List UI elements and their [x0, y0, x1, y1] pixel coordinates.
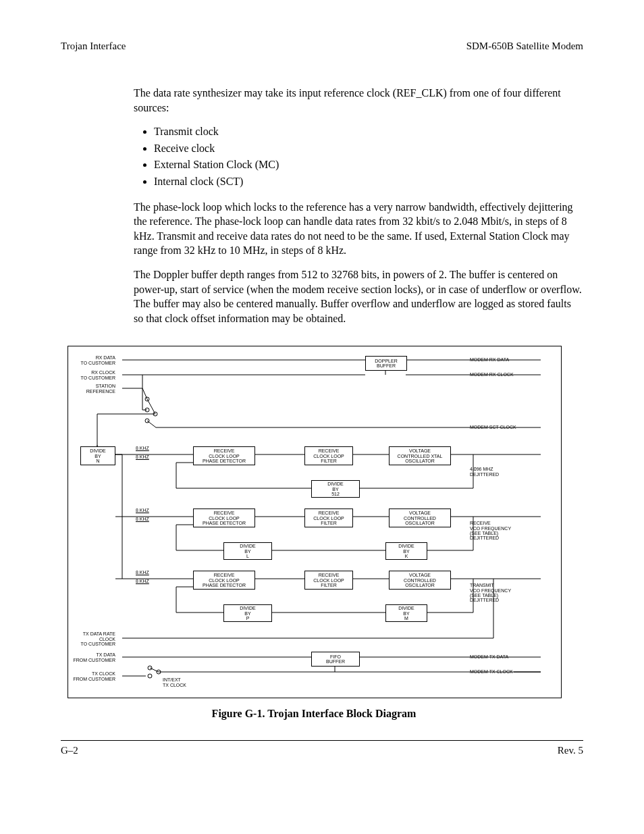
box-doppler-buffer: DOPPLER BUFFER	[365, 356, 407, 371]
label-tx-data-from-customer: TX DATA FROM CUSTOMER	[68, 652, 115, 662]
body: The data rate synthesizer may take its i…	[134, 86, 583, 325]
label-8khz-1a: 8 KHZ	[136, 446, 149, 450]
label-modem-tx-data: MODEM TX DATA	[470, 654, 508, 659]
bullet-item: Transmit clock	[154, 124, 583, 139]
svg-point-53	[148, 674, 152, 678]
box-divide-m: DIVIDE BY M	[385, 604, 427, 622]
paragraph-3: The Doppler buffer depth ranges from 512…	[134, 267, 583, 325]
box-rcv-filter-1: RECEIVE CLOCK LOOP FILTER	[304, 446, 353, 465]
svg-line-11	[142, 388, 147, 399]
label-tx-clock-from-customer: TX CLOCK FROM CUSTOMER	[68, 671, 115, 681]
page-header: Trojan Interface SDM-650B Satellite Mode…	[61, 41, 583, 52]
label-modem-rx-data: MODEM RX DATA	[470, 357, 509, 362]
block-diagram: RX DATA TO CUSTOMER RX CLOCK TO CUSTOMER…	[68, 346, 562, 698]
label-modem-sct-clock: MODEM SCT CLOCK	[470, 425, 516, 429]
header-left: Trojan Interface	[61, 41, 126, 52]
box-divide-512: DIVIDE BY 512	[311, 480, 360, 498]
box-vcxo: VOLTAGE CONTROLLED XTAL OSCILLATOR	[389, 446, 451, 465]
box-divide-k: DIVIDE BY K	[385, 542, 427, 560]
label-8khz-3a: 8 KHZ	[136, 570, 149, 575]
page-footer: G–2 Rev. 5	[61, 740, 583, 756]
box-rcv-filter-2: RECEIVE CLOCK LOOP FILTER	[304, 509, 353, 527]
box-vco-3: VOLTAGE CONTROLLED OSCILLATOR	[389, 571, 451, 590]
label-8khz-2b: 8 KHZ	[136, 517, 149, 521]
label-8khz-3b: 8 KHZ	[136, 579, 149, 583]
box-divide-by-n: DIVIDE BY N	[80, 446, 115, 465]
header-right: SDM-650B Satellite Modem	[466, 41, 583, 52]
label-tx-data-rate-clock: TX DATA RATE CLOCK TO CUSTOMER	[68, 631, 115, 646]
label-modem-tx-clock: MODEM TX CLOCK	[470, 669, 513, 674]
label-rx-data-to-customer: RX DATA TO CUSTOMER	[74, 355, 115, 365]
label-int-ext-tx-clock: INT/EXT TX CLOCK	[163, 677, 186, 687]
bullet-item: Internal clock (SCT)	[154, 174, 583, 189]
box-rcv-filter-3: RECEIVE CLOCK LOOP FILTER	[304, 571, 353, 590]
paragraph-1: The data rate synthesizer may take its i…	[134, 86, 583, 115]
label-rx-clock-to-customer: RX CLOCK TO CUSTOMER	[74, 370, 115, 380]
box-divide-p: DIVIDE BY P	[223, 604, 272, 622]
label-4096-mhz: 4.096 MHZ DEJITTERED	[470, 467, 499, 477]
label-rx-vco-freq: RECEIVE VCO FREQUENCY (SEE TABLE) DEJITT…	[470, 521, 511, 540]
svg-line-56	[150, 668, 159, 672]
svg-line-14	[147, 421, 156, 427]
label-modem-rx-clock: MODEM RX CLOCK	[470, 372, 514, 377]
box-divide-l: DIVIDE BY L	[223, 542, 272, 560]
box-rcv-pd-1: RECEIVE CLOCK LOOP PHASE DETECTOR	[193, 446, 255, 465]
footer-left: G–2	[61, 745, 78, 756]
box-vco-2: VOLTAGE CONTROLLED OSCILLATOR	[389, 509, 451, 527]
label-8khz-1b: 8 KHZ	[136, 454, 149, 459]
footer-right: Rev. 5	[558, 745, 583, 756]
page: Trojan Interface SDM-650B Satellite Mode…	[0, 0, 644, 783]
label-tx-vco-freq: TRANSMIT VCO FREQUENCY (SEE TABLE) DEJIT…	[470, 583, 511, 602]
label-8khz-2a: 8 KHZ	[136, 508, 149, 513]
bullet-item: External Station Clock (MC)	[154, 157, 583, 172]
figure-caption: Figure G-1. Trojan Interface Block Diagr…	[68, 708, 560, 720]
bullet-list: Transmit clock Receive clock External St…	[154, 124, 583, 188]
box-rcv-pd-3: RECEIVE CLOCK LOOP PHASE DETECTOR	[193, 571, 255, 590]
label-station-reference: STATION REFERENCE	[74, 384, 115, 394]
bullet-item: Receive clock	[154, 141, 583, 156]
box-fifo-buffer: FIFO BUFFER	[311, 652, 360, 667]
box-rcv-pd-2: RECEIVE CLOCK LOOP PHASE DETECTOR	[193, 509, 255, 527]
paragraph-2: The phase-lock loop which locks to the r…	[134, 200, 583, 258]
